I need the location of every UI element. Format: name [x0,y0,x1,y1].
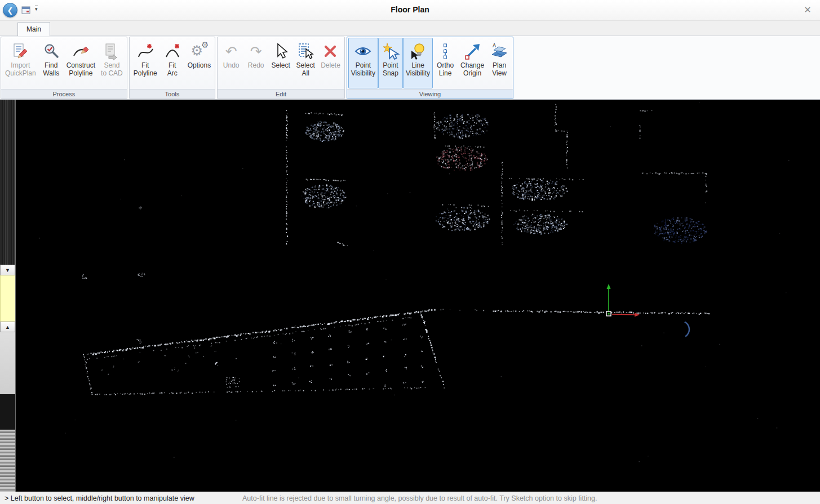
slider-ribbed-band [0,430,15,492]
plan-view-icon: A [490,41,508,61]
change-origin-button[interactable]: Change Origin [458,38,487,88]
delete-button[interactable]: Delete [318,38,343,88]
button-label: Snap [383,69,398,77]
button-label: Find [45,61,57,69]
group-label-process: Process [1,89,127,99]
fit-polyline-button[interactable]: Fit Polyline [131,38,160,88]
button-label: Visibility [406,69,430,77]
slider-down-button[interactable]: ▼ [0,265,15,275]
eye-icon [354,41,372,61]
find-walls-icon [42,41,60,61]
slider-track [0,332,15,394]
options-gears-icon: ⚙⚙ [190,41,207,61]
button-label: Origin [463,69,481,77]
lightbulb-icon [409,41,427,61]
import-quickplan-button[interactable]: Import QuickPlan [2,38,39,88]
tab-main[interactable]: Main [17,22,50,36]
button-label: Fit [169,61,176,69]
button-label: QuickPlan [5,69,36,77]
button-label: to CAD [101,69,123,77]
button-label: Polyline [134,69,157,77]
construct-polyline-button[interactable]: Construct Polyline [64,38,98,88]
send-to-cad-icon [103,41,121,61]
down-arrow-icon: ▼ [5,267,10,273]
button-label: Send [104,61,119,69]
point-visibility-toggle[interactable]: Point Visibility [348,38,378,88]
ribbon: Import QuickPlan Find Walls [0,36,820,100]
close-button[interactable]: ✕ [801,3,814,17]
find-walls-button[interactable]: Find Walls [39,38,64,88]
button-label: Delete [321,61,340,69]
ribbon-tab-strip: Main [0,21,820,36]
button-label: Polyline [69,69,92,77]
button-label: Undo [223,61,240,69]
import-quickplan-icon [11,41,29,61]
slider-dark-band [0,394,15,430]
button-label: Redo [248,61,264,69]
select-all-button[interactable]: Select All [293,38,318,88]
delete-icon [321,41,339,61]
fit-arc-icon [163,41,181,61]
button-label: Import [11,61,30,69]
status-hint-text: > Left button to select, middle/right bu… [5,494,194,502]
snap-cursor-icon [382,41,400,61]
button-label: Line [439,69,452,77]
status-bar: > Left button to select, middle/right bu… [0,492,820,504]
viewport-area: ▼ ▲ [0,100,820,492]
button-label: Change [460,61,484,69]
construct-polyline-icon [72,41,90,61]
group-label-tools: Tools [130,89,215,99]
select-cursor-icon [272,41,290,61]
elevation-selection-range[interactable] [0,275,15,322]
options-button[interactable]: ⚙⚙ Options [185,38,214,88]
plan-view-button[interactable]: A Plan View [487,38,512,88]
button-label: Construct [67,61,95,69]
button-label: Arc [167,69,178,77]
floor-plan-window: ❮ ▾ Floor Plan ✕ Main [0,0,820,504]
status-message-text: Auto-fit line is rejected due to small t… [242,494,597,502]
title-bar: ❮ ▾ Floor Plan ✕ [0,0,820,21]
ribbon-group-viewing: Point Visibility Point Snap [347,37,513,99]
up-arrow-icon: ▲ [5,324,10,330]
point-cloud-viewport[interactable] [16,100,820,492]
slider-up-button[interactable]: ▲ [0,322,15,332]
button-label: Options [188,61,211,69]
button-label: Line [411,61,424,69]
button-label: Fit [141,61,149,69]
button-label: Point [356,61,371,69]
elevation-slider[interactable]: ▼ ▲ [0,100,16,492]
fit-polyline-icon [136,41,154,61]
ribbon-group-edit: ↶ Undo ↷ Redo Select [217,37,345,99]
change-origin-icon [463,41,481,61]
button-label: Plan [493,61,506,69]
select-all-icon [296,41,314,61]
window-title: Floor Plan [0,5,820,14]
button-label: Visibility [351,69,375,77]
redo-icon: ↷ [250,41,262,61]
svg-text:A: A [493,43,497,48]
button-label: Point [383,61,398,69]
button-label: Select [271,61,290,69]
button-label: Select [296,61,314,69]
group-label-edit: Edit [218,89,344,99]
select-button[interactable]: Select [268,38,293,88]
button-label: All [302,69,309,77]
ribbon-group-process: Import QuickPlan Find Walls [1,37,127,99]
button-label: View [492,69,507,77]
redo-button[interactable]: ↷ Redo [243,38,268,88]
line-visibility-toggle[interactable]: Line Visibility [403,38,433,88]
button-label: Walls [43,69,59,77]
ortho-line-icon [436,41,454,61]
ribbon-group-tools: Fit Polyline Fit Arc [129,37,215,99]
elevation-histogram [0,100,15,265]
fit-arc-button[interactable]: Fit Arc [160,38,185,88]
button-label: Ortho [437,61,454,69]
send-to-cad-button[interactable]: Send to CAD [98,38,126,88]
undo-icon: ↶ [225,41,237,61]
undo-button[interactable]: ↶ Undo [219,38,243,88]
point-snap-toggle[interactable]: Point Snap [378,38,403,88]
ortho-line-button[interactable]: Ortho Line [433,38,458,88]
group-label-viewing: Viewing [347,89,513,99]
